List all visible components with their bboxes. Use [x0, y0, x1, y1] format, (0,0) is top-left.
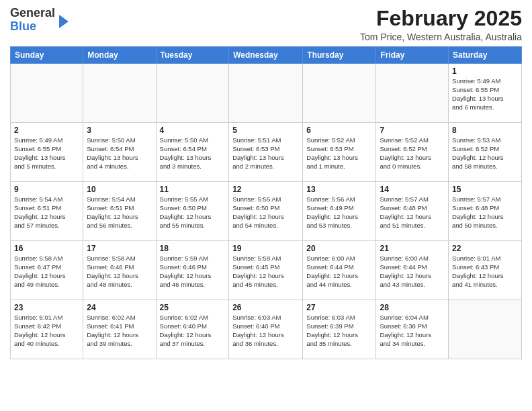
day-info: Sunrise: 5:52 AMSunset: 6:53 PMDaylight:… [306, 136, 372, 171]
day-number: 8 [452, 126, 518, 135]
week-row-4: 16Sunrise: 5:58 AMSunset: 6:47 PMDayligh… [11, 241, 522, 300]
day-cell: 24Sunrise: 6:02 AMSunset: 6:41 PMDayligh… [83, 300, 156, 359]
day-number: 14 [380, 185, 445, 194]
day-cell: 20Sunrise: 6:00 AMSunset: 6:44 PMDayligh… [303, 241, 376, 300]
day-info: Sunrise: 5:59 AMSunset: 6:46 PMDaylight:… [160, 255, 226, 289]
day-number: 10 [87, 185, 152, 194]
day-cell: 3Sunrise: 5:50 AMSunset: 6:54 PMDaylight… [83, 123, 156, 182]
day-cell: 28Sunrise: 6:04 AMSunset: 6:38 PMDayligh… [376, 300, 449, 359]
day-number: 22 [452, 244, 518, 253]
day-cell: 2Sunrise: 5:49 AMSunset: 6:55 PMDaylight… [11, 123, 83, 182]
day-info: Sunrise: 5:55 AMSunset: 6:50 PMDaylight:… [232, 195, 299, 230]
day-cell: 13Sunrise: 5:56 AMSunset: 6:49 PMDayligh… [303, 182, 376, 241]
day-cell [11, 64, 83, 123]
day-info: Sunrise: 5:50 AMSunset: 6:54 PMDaylight:… [160, 136, 226, 171]
day-cell: 4Sunrise: 5:50 AMSunset: 6:54 PMDaylight… [156, 123, 229, 182]
day-info: Sunrise: 5:49 AMSunset: 6:55 PMDaylight:… [14, 136, 79, 171]
day-info: Sunrise: 6:01 AMSunset: 6:43 PMDaylight:… [452, 255, 518, 289]
day-info: Sunrise: 6:01 AMSunset: 6:42 PMDaylight:… [14, 314, 79, 348]
day-number: 21 [380, 244, 445, 253]
day-info: Sunrise: 5:58 AMSunset: 6:46 PMDaylight:… [87, 255, 152, 289]
day-cell: 15Sunrise: 5:57 AMSunset: 6:48 PMDayligh… [449, 182, 522, 241]
logo-arrow-icon [59, 15, 69, 28]
day-number: 25 [160, 303, 226, 312]
day-cell: 22Sunrise: 6:01 AMSunset: 6:43 PMDayligh… [449, 241, 522, 300]
day-info: Sunrise: 5:53 AMSunset: 6:52 PMDaylight:… [452, 136, 518, 171]
day-info: Sunrise: 5:57 AMSunset: 6:48 PMDaylight:… [380, 195, 445, 230]
day-info: Sunrise: 5:54 AMSunset: 6:51 PMDaylight:… [14, 195, 79, 230]
day-cell: 23Sunrise: 6:01 AMSunset: 6:42 PMDayligh… [11, 300, 83, 359]
day-cell [156, 64, 229, 123]
day-number: 6 [306, 126, 372, 135]
day-number: 27 [306, 303, 372, 312]
day-number: 4 [160, 126, 226, 135]
day-number: 20 [306, 244, 372, 253]
weekday-header-row: SundayMondayTuesdayWednesdayThursdayFrid… [11, 47, 522, 64]
day-number: 2 [14, 126, 79, 135]
day-info: Sunrise: 5:56 AMSunset: 6:49 PMDaylight:… [306, 195, 372, 230]
week-row-5: 23Sunrise: 6:01 AMSunset: 6:42 PMDayligh… [11, 300, 522, 359]
day-cell: 10Sunrise: 5:54 AMSunset: 6:51 PMDayligh… [83, 182, 156, 241]
day-info: Sunrise: 6:00 AMSunset: 6:44 PMDaylight:… [306, 255, 372, 289]
day-cell: 1Sunrise: 5:49 AMSunset: 6:55 PMDaylight… [449, 64, 522, 123]
day-cell: 18Sunrise: 5:59 AMSunset: 6:46 PMDayligh… [156, 241, 229, 300]
calendar: SundayMondayTuesdayWednesdayThursdayFrid… [10, 46, 522, 359]
day-cell: 12Sunrise: 5:55 AMSunset: 6:50 PMDayligh… [229, 182, 303, 241]
logo-text: General Blue [10, 7, 55, 34]
week-row-2: 2Sunrise: 5:49 AMSunset: 6:55 PMDaylight… [11, 123, 522, 182]
day-cell: 26Sunrise: 6:03 AMSunset: 6:40 PMDayligh… [229, 300, 303, 359]
day-cell: 14Sunrise: 5:57 AMSunset: 6:48 PMDayligh… [376, 182, 449, 241]
header: General Blue February 2025 Tom Price, We… [10, 7, 522, 42]
day-number: 26 [232, 303, 299, 312]
week-row-1: 1Sunrise: 5:49 AMSunset: 6:55 PMDaylight… [11, 64, 522, 123]
day-number: 19 [232, 244, 299, 253]
weekday-wednesday: Wednesday [229, 47, 303, 64]
title-block: February 2025 Tom Price, Western Austral… [360, 7, 522, 42]
day-number: 11 [160, 185, 226, 194]
day-cell: 21Sunrise: 6:00 AMSunset: 6:44 PMDayligh… [376, 241, 449, 300]
day-number: 3 [87, 126, 152, 135]
day-info: Sunrise: 6:02 AMSunset: 6:40 PMDaylight:… [160, 314, 226, 348]
day-number: 13 [306, 185, 372, 194]
day-cell: 25Sunrise: 6:02 AMSunset: 6:40 PMDayligh… [156, 300, 229, 359]
weekday-tuesday: Tuesday [156, 47, 229, 64]
day-info: Sunrise: 6:03 AMSunset: 6:40 PMDaylight:… [232, 314, 299, 348]
day-number: 7 [380, 126, 445, 135]
day-number: 1 [452, 66, 518, 76]
day-info: Sunrise: 5:59 AMSunset: 6:45 PMDaylight:… [232, 255, 299, 289]
day-cell: 27Sunrise: 6:03 AMSunset: 6:39 PMDayligh… [303, 300, 376, 359]
logo: General Blue [10, 7, 69, 34]
day-cell [303, 64, 376, 123]
page: General Blue February 2025 Tom Price, We… [0, 0, 532, 411]
day-info: Sunrise: 6:02 AMSunset: 6:41 PMDaylight:… [87, 314, 152, 348]
day-cell: 7Sunrise: 5:52 AMSunset: 6:52 PMDaylight… [376, 123, 449, 182]
weekday-friday: Friday [376, 47, 449, 64]
day-cell: 11Sunrise: 5:55 AMSunset: 6:50 PMDayligh… [156, 182, 229, 241]
day-cell [83, 64, 156, 123]
logo-blue: Blue [10, 19, 36, 33]
day-cell [449, 300, 522, 359]
day-cell: 19Sunrise: 5:59 AMSunset: 6:45 PMDayligh… [229, 241, 303, 300]
day-info: Sunrise: 5:49 AMSunset: 6:55 PMDaylight:… [452, 77, 518, 111]
day-info: Sunrise: 5:51 AMSunset: 6:53 PMDaylight:… [232, 136, 299, 171]
day-number: 15 [452, 185, 518, 194]
weekday-thursday: Thursday [303, 47, 376, 64]
day-number: 23 [14, 303, 79, 312]
day-cell: 9Sunrise: 5:54 AMSunset: 6:51 PMDaylight… [11, 182, 83, 241]
month-title: February 2025 [360, 7, 522, 30]
day-number: 17 [87, 244, 152, 253]
weekday-sunday: Sunday [11, 47, 83, 64]
day-number: 18 [160, 244, 226, 253]
day-cell: 5Sunrise: 5:51 AMSunset: 6:53 PMDaylight… [229, 123, 303, 182]
day-number: 24 [87, 303, 152, 312]
week-row-3: 9Sunrise: 5:54 AMSunset: 6:51 PMDaylight… [11, 182, 522, 241]
weekday-saturday: Saturday [449, 47, 522, 64]
day-cell: 16Sunrise: 5:58 AMSunset: 6:47 PMDayligh… [11, 241, 83, 300]
day-info: Sunrise: 6:00 AMSunset: 6:44 PMDaylight:… [380, 255, 445, 289]
day-cell: 6Sunrise: 5:52 AMSunset: 6:53 PMDaylight… [303, 123, 376, 182]
day-info: Sunrise: 5:50 AMSunset: 6:54 PMDaylight:… [87, 136, 152, 171]
day-cell: 17Sunrise: 5:58 AMSunset: 6:46 PMDayligh… [83, 241, 156, 300]
day-cell: 8Sunrise: 5:53 AMSunset: 6:52 PMDaylight… [449, 123, 522, 182]
day-number: 9 [14, 185, 79, 194]
day-info: Sunrise: 5:52 AMSunset: 6:52 PMDaylight:… [380, 136, 445, 171]
